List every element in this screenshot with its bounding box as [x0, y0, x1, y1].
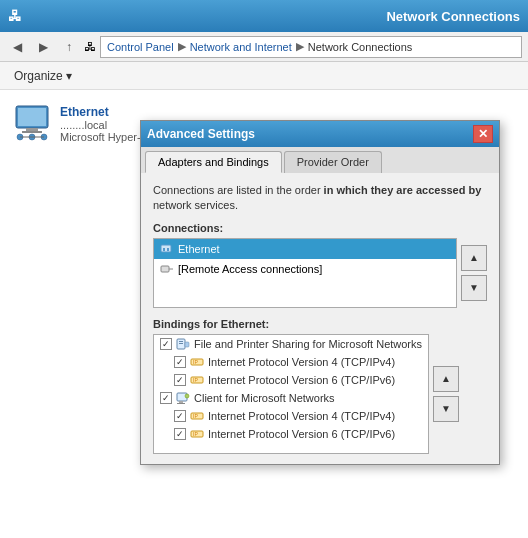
main-area: Ethernet ........local Microsoft Hyper-V…: [0, 90, 528, 538]
bindings-listbox[interactable]: File and Printer Sharing for Microsoft N…: [153, 334, 429, 454]
tab-bar: Adapters and Bindings Provider Order: [141, 147, 499, 173]
connections-label: Connections:: [153, 222, 487, 234]
binding-ipv4-1-label: Internet Protocol Version 4 (TCP/IPv4): [208, 356, 395, 368]
svg-rect-23: [179, 401, 183, 403]
breadcrumb-sep2: ▶: [296, 40, 304, 53]
tab-provider-order[interactable]: Provider Order: [284, 151, 382, 173]
back-button[interactable]: ◀: [6, 36, 28, 58]
breadcrumb-nc: Network Connections: [308, 41, 413, 53]
svg-rect-12: [161, 266, 169, 272]
binding-ipv6-1[interactable]: IP Internet Protocol Version 6 (TCP/IPv6…: [154, 371, 428, 389]
binding-cb-ipv4-2[interactable]: [174, 410, 186, 422]
binding-cb-ipv6-2[interactable]: [174, 428, 186, 440]
title-bar: 🖧 Network Connections: [0, 0, 528, 32]
protocol-icon-3: IP: [190, 409, 204, 423]
connections-listbox[interactable]: Ethernet [Remote Access connections]: [153, 238, 457, 308]
connections-up-button[interactable]: ▲: [461, 245, 487, 271]
svg-text:IP: IP: [193, 377, 198, 383]
connections-down-button[interactable]: ▼: [461, 275, 487, 301]
protocol-icon-4: IP: [190, 427, 204, 441]
binding-cb-file-printer[interactable]: [160, 338, 172, 350]
forward-button[interactable]: ▶: [32, 36, 54, 58]
svg-rect-16: [179, 343, 183, 344]
svg-rect-11: [167, 248, 169, 251]
breadcrumb: Control Panel ▶ Network and Internet ▶ N…: [100, 36, 522, 58]
binding-cb-ipv4-1[interactable]: [174, 356, 186, 368]
remote-access-icon: [160, 262, 174, 276]
svg-rect-9: [161, 245, 171, 252]
binding-ipv6-2[interactable]: IP Internet Protocol Version 6 (TCP/IPv6…: [154, 425, 428, 443]
connection-ethernet[interactable]: Ethernet: [154, 239, 456, 259]
advanced-settings-dialog: Advanced Settings ✕ Adapters and Binding…: [140, 120, 500, 465]
svg-text:IP: IP: [193, 431, 198, 437]
bindings-container: File and Printer Sharing for Microsoft N…: [153, 334, 487, 454]
connection-remote-access[interactable]: [Remote Access connections]: [154, 259, 456, 279]
bindings-down-button[interactable]: ▼: [433, 396, 459, 422]
svg-rect-24: [177, 403, 185, 404]
title-bar-title: Network Connections: [386, 9, 520, 24]
protocol-icon-1: IP: [190, 355, 204, 369]
bindings-label: Bindings for Ethernet:: [153, 318, 487, 330]
binding-file-printer[interactable]: File and Printer Sharing for Microsoft N…: [154, 335, 428, 353]
binding-ipv4-1[interactable]: IP Internet Protocol Version 4 (TCP/IPv4…: [154, 353, 428, 371]
dialog-close-button[interactable]: ✕: [473, 125, 493, 143]
breadcrumb-ni[interactable]: Network and Internet: [190, 41, 292, 53]
connections-container: Ethernet [Remote Access connections]: [153, 238, 487, 308]
svg-point-25: [185, 394, 189, 398]
binding-file-printer-label: File and Printer Sharing for Microsoft N…: [194, 338, 422, 350]
service-icon: [176, 337, 190, 351]
organize-button[interactable]: Organize ▾: [8, 67, 78, 85]
breadcrumb-cp[interactable]: Control Panel: [107, 41, 174, 53]
client-icon: [176, 391, 190, 405]
title-bar-icon: 🖧: [8, 8, 22, 24]
bindings-ud-buttons: ▲ ▼: [433, 334, 459, 454]
dialog-description: Connections are listed in the order in w…: [153, 183, 487, 214]
binding-cb-ipv6-1[interactable]: [174, 374, 186, 386]
dialog-overlay: Advanced Settings ✕ Adapters and Binding…: [0, 90, 528, 538]
dialog-content: Connections are listed in the order in w…: [141, 173, 499, 464]
binding-client-ms-label: Client for Microsoft Networks: [194, 392, 335, 404]
up-button[interactable]: ↑: [58, 36, 80, 58]
binding-client-ms[interactable]: Client for Microsoft Networks: [154, 389, 428, 407]
svg-text:IP: IP: [193, 413, 198, 419]
svg-rect-15: [179, 341, 183, 342]
organize-arrow: ▾: [66, 69, 72, 83]
binding-ipv4-2-label: Internet Protocol Version 4 (TCP/IPv4): [208, 410, 395, 422]
remote-access-label: [Remote Access connections]: [178, 263, 322, 275]
ethernet-label: Ethernet: [178, 243, 220, 255]
binding-ipv6-2-label: Internet Protocol Version 6 (TCP/IPv6): [208, 428, 395, 440]
organize-label: Organize: [14, 69, 63, 83]
protocol-icon-2: IP: [190, 373, 204, 387]
svg-rect-10: [163, 248, 165, 251]
binding-ipv4-2[interactable]: IP Internet Protocol Version 4 (TCP/IPv4…: [154, 407, 428, 425]
binding-cb-client-ms[interactable]: [160, 392, 172, 404]
toolbar: Organize ▾: [0, 62, 528, 90]
connections-ud-buttons: ▲ ▼: [461, 238, 487, 308]
svg-text:IP: IP: [193, 359, 198, 365]
breadcrumb-sep1: ▶: [178, 40, 186, 53]
ethernet-icon: [160, 242, 174, 256]
binding-ipv6-1-label: Internet Protocol Version 6 (TCP/IPv6): [208, 374, 395, 386]
bindings-up-button[interactable]: ▲: [433, 366, 459, 392]
tab-adapters-bindings[interactable]: Adapters and Bindings: [145, 151, 282, 173]
dialog-title: Advanced Settings: [147, 127, 255, 141]
address-bar: ◀ ▶ ↑ 🖧 Control Panel ▶ Network and Inte…: [0, 32, 528, 62]
dialog-title-bar: Advanced Settings ✕: [141, 121, 499, 147]
svg-rect-17: [185, 342, 189, 347]
